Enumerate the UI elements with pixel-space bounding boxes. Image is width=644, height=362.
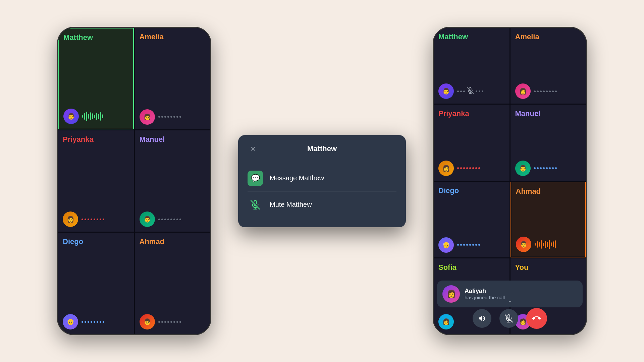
- participant-card-priyanka-right[interactable]: Priyanka 👩: [434, 105, 509, 180]
- avatar-matthew: 👨: [63, 109, 79, 124]
- popup-action-mute[interactable]: Mute Matthew: [248, 192, 396, 218]
- avatar-ahmad-left: 👨: [140, 314, 155, 329]
- participant-card-amelia-right[interactable]: Amelia 👩: [511, 28, 586, 104]
- avatar-matthew-right: 👨: [438, 83, 454, 99]
- participant-name-you: You: [515, 263, 582, 272]
- avatar-amelia-right: 👩: [515, 83, 531, 99]
- dots-manuel-right: [534, 167, 557, 169]
- dots-ahmad-left: [158, 321, 181, 323]
- participant-name-diego: Diego: [63, 237, 129, 246]
- dots-matthew-right: [457, 90, 465, 92]
- avatar-manuel-right: 👨: [515, 161, 531, 176]
- participant-card-diego-right[interactable]: Diego 👴: [434, 182, 509, 257]
- dots-matthew-right2: [476, 90, 483, 92]
- popup-mute-label: Mute Matthew: [270, 201, 312, 208]
- popup-message-label: Message Matthew: [270, 174, 324, 182]
- waveform-matthew: [82, 111, 103, 121]
- participant-name-manuel: Manuel: [140, 135, 206, 144]
- participant-card-ahmad-left[interactable]: Ahmad 👨: [135, 233, 211, 334]
- popup-action-message[interactable]: 💬 Message Matthew: [248, 165, 396, 192]
- notif-text: Aaliyah has joined the call: [465, 288, 505, 300]
- avatar-diego-right: 👴: [438, 237, 454, 253]
- mute-button[interactable]: [499, 309, 518, 328]
- participant-card-matthew-right[interactable]: Matthew 👨: [434, 28, 509, 104]
- chevron-up-icon: ⌃: [507, 299, 513, 307]
- participant-name-sofia: Sofia: [438, 263, 505, 272]
- avatar-ahmad-right: 👨: [516, 237, 531, 252]
- waveform-ahmad: [535, 239, 556, 249]
- speaker-icon: [478, 314, 486, 322]
- participant-card-manuel[interactable]: Manuel 👨: [135, 130, 211, 232]
- dots-manuel: [158, 219, 181, 220]
- dots-diego-right: [457, 244, 480, 246]
- left-participants-grid: Matthew 👨: [58, 28, 210, 334]
- message-icon: 💬: [248, 171, 263, 186]
- participant-name-ahmad-left: Ahmad: [140, 237, 206, 246]
- speaker-button[interactable]: [473, 309, 491, 328]
- mute-button-icon: [505, 314, 513, 322]
- end-call-button[interactable]: [526, 308, 547, 329]
- avatar-manuel: 👨: [140, 212, 155, 227]
- avatar-diego: 👴: [63, 314, 78, 329]
- dots-diego: [82, 321, 104, 323]
- avatar-priyanka: 👩: [63, 212, 78, 227]
- participant-name-priyanka-right: Priyanka: [438, 109, 505, 118]
- call-controls: [434, 308, 586, 329]
- participant-name-amelia-right: Amelia: [515, 33, 582, 41]
- popup-title: Matthew: [307, 144, 337, 153]
- avatar-amelia: 👩: [140, 109, 155, 125]
- participant-card-matthew[interactable]: Matthew 👨: [58, 28, 134, 129]
- notif-avatar-aaliyah: 👩: [442, 285, 460, 303]
- mute-icon: [248, 197, 263, 213]
- participant-name-manuel-right: Manuel: [515, 109, 582, 118]
- participant-name-diego-right: Diego: [438, 186, 505, 195]
- participant-name-ahmad-right: Ahmad: [516, 187, 581, 196]
- left-phone: Matthew 👨: [57, 27, 211, 335]
- participant-name-matthew-right: Matthew: [438, 33, 505, 41]
- avatar-priyanka-right: 👩: [438, 161, 454, 176]
- action-popup: ✕ Matthew 💬 Message Matthew Mute Matthew: [238, 135, 406, 227]
- popup-header: ✕ Matthew: [248, 144, 396, 153]
- participant-name-matthew: Matthew: [63, 33, 128, 42]
- popup-close-button[interactable]: ✕: [248, 143, 258, 154]
- mute-indicator-matthew: [467, 87, 474, 96]
- dots-priyanka-right: [457, 167, 480, 169]
- dots-amelia-right: [534, 90, 557, 92]
- notif-message: has joined the call: [465, 295, 505, 300]
- participant-name-priyanka: Priyanka: [63, 135, 129, 144]
- participant-name-amelia: Amelia: [140, 33, 206, 41]
- dots-amelia: [158, 116, 181, 118]
- participant-card-diego[interactable]: Diego 👴: [58, 233, 134, 334]
- participant-card-manuel-right[interactable]: Manuel 👨: [511, 105, 586, 180]
- dots-priyanka: [82, 219, 104, 220]
- right-phone: Matthew 👨: [433, 27, 587, 335]
- participant-card-priyanka[interactable]: Priyanka 👩: [58, 130, 134, 232]
- end-call-icon: [532, 314, 541, 323]
- notif-name: Aaliyah: [465, 288, 505, 295]
- participant-card-amelia[interactable]: Amelia 👩: [135, 28, 211, 129]
- participant-card-ahmad-right[interactable]: Ahmad 👨: [511, 182, 586, 257]
